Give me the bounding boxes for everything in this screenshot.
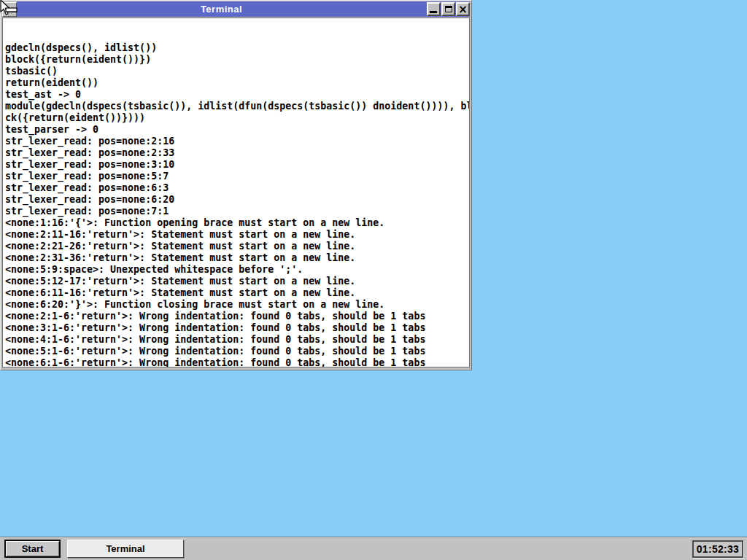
window-menu-button[interactable] (2, 2, 17, 17)
window-title: Terminal (201, 4, 242, 15)
close-icon: × (458, 4, 468, 15)
window-menu-icon (6, 9, 17, 12)
window-controls: × (426, 1, 470, 17)
maximize-button[interactable] (441, 2, 455, 16)
close-button[interactable]: × (456, 2, 470, 16)
titlebar[interactable]: Terminal (17, 1, 426, 17)
minimize-button[interactable] (427, 2, 441, 16)
desktop: { "colors": { "desktop": "#87cbf8", "tit… (0, 0, 747, 560)
taskbar: Start Terminal 01:52:33 (0, 537, 747, 560)
titlebar-row: Terminal × (2, 1, 470, 17)
taskbar-clock: 01:52:33 (692, 540, 743, 558)
taskbar-item-terminal[interactable]: Terminal (67, 540, 184, 558)
maximize-icon (445, 6, 452, 12)
terminal-content[interactable]: gdecln(dspecs(), idlist()) block({return… (2, 18, 470, 368)
terminal-output: gdecln(dspecs(), idlist()) block({return… (5, 42, 469, 368)
terminal-window: Terminal × gdecln(dspecs(), idlist()) bl… (0, 0, 472, 370)
start-button[interactable]: Start (4, 540, 61, 558)
minimize-icon (430, 11, 437, 13)
